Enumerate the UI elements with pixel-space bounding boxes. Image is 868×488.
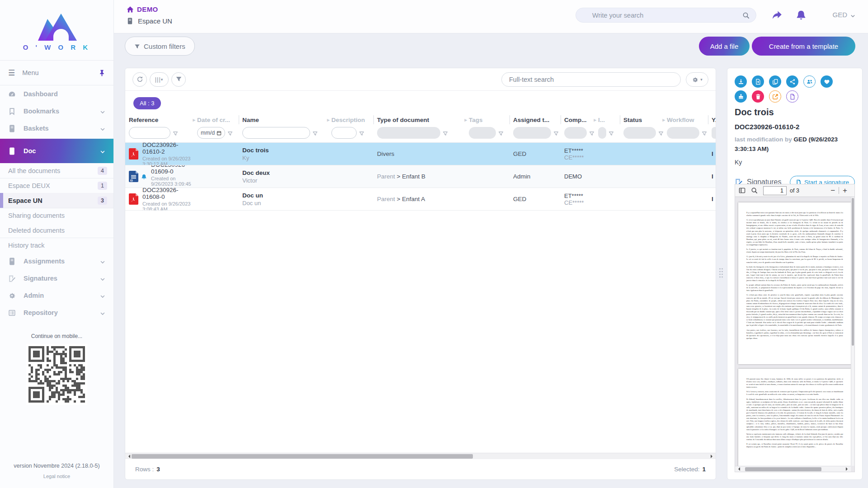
sidebar-item-admin[interactable]: Admin — [0, 287, 113, 304]
hamburger-icon[interactable]: ☰ — [8, 68, 15, 78]
file-up-action-button[interactable] — [752, 75, 764, 88]
refresh-button[interactable] — [132, 72, 147, 87]
filter-input[interactable] — [129, 127, 170, 139]
column-header-y[interactable]: Y... — [712, 114, 716, 126]
column-header-comp[interactable]: Comp...▸ — [564, 114, 598, 126]
sidebar-item-espace-un[interactable]: Espace UN3 — [0, 193, 113, 208]
table-row-doc230926-01610-2[interactable]: DOC230926-01610-2Created on 9/26/2023 3:… — [125, 143, 716, 165]
legal-notice-link[interactable]: Legal notice — [0, 474, 113, 479]
sidebar-toggle-icon[interactable] — [739, 187, 745, 194]
download-action-button[interactable] — [735, 75, 747, 88]
share-forward-icon[interactable] — [771, 10, 782, 20]
filter-input[interactable] — [712, 127, 716, 139]
sidebar-item-doc[interactable]: Doc — [0, 139, 113, 163]
funnel-icon[interactable] — [359, 130, 364, 136]
filter-button[interactable] — [171, 72, 186, 87]
pdf-vertical-scrollbar[interactable] — [851, 197, 854, 466]
column-header-assigned-t[interactable]: Assigned t... — [513, 114, 564, 126]
sidebar-item-baskets[interactable]: Baskets — [0, 120, 113, 137]
external-action-button[interactable] — [769, 90, 781, 103]
sidebar-item-repository[interactable]: Repository — [0, 304, 113, 321]
column-header-name[interactable]: Name▸ — [242, 114, 331, 126]
menu-row[interactable]: ☰ Menu — [0, 60, 113, 85]
pdf-horizontal-scrollbar[interactable] — [735, 466, 851, 472]
sidebar-item-sharing-documents[interactable]: Sharing documents — [0, 208, 113, 223]
column-header-type-of-document[interactable]: Type of document▸ — [377, 114, 469, 126]
column-header-tags[interactable]: Tags — [469, 114, 513, 126]
sidebar-item-assignments[interactable]: Assignments — [0, 253, 113, 270]
filter-input[interactable] — [513, 127, 551, 139]
funnel-icon[interactable] — [702, 130, 707, 136]
notifications-bell-icon[interactable] — [796, 10, 807, 20]
funnel-icon[interactable] — [312, 130, 318, 136]
column-header-reference[interactable]: Reference▸ — [129, 114, 197, 126]
breadcrumb-site[interactable]: DEMO — [127, 5, 158, 13]
heart-action-button[interactable] — [821, 75, 833, 88]
funnel-icon[interactable] — [173, 130, 178, 136]
panel-resize-handle[interactable] — [719, 267, 723, 279]
filter-input[interactable] — [564, 127, 587, 139]
pin-icon[interactable] — [99, 70, 105, 76]
filter-input[interactable] — [469, 127, 496, 139]
filter-input[interactable] — [623, 127, 656, 139]
filter-input[interactable] — [377, 127, 440, 139]
scroll-right-arrow[interactable] — [846, 467, 849, 471]
pdf-scroll-area[interactable]: Il y a aujourd'hui trois cent quarante-h… — [735, 197, 854, 466]
search-icon[interactable] — [742, 12, 750, 19]
scrollbar-thumb[interactable] — [132, 454, 473, 459]
copy-action-button[interactable] — [769, 75, 781, 88]
sidebar-item-bookmarks[interactable]: Bookmarks — [0, 103, 113, 120]
table-row-doc230926-01609-0[interactable]: wDOC230926-01609-0Created on 9/26/2023 3… — [125, 165, 716, 188]
funnel-icon[interactable] — [498, 130, 504, 136]
add-file-button[interactable]: Add a file — [699, 37, 750, 56]
last-modification: last modification by GED (9/26/2023 3:30… — [735, 135, 855, 154]
funnel-icon[interactable] — [227, 130, 233, 136]
create-from-template-button[interactable]: Create from a template — [752, 37, 855, 56]
fulltext-search-input[interactable] — [509, 76, 673, 83]
scrollbar-thumb[interactable] — [745, 467, 821, 471]
column-header-description[interactable]: Description — [331, 114, 377, 126]
scroll-left-arrow[interactable] — [127, 455, 130, 458]
column-header-date-of-cr[interactable]: Date of cr... — [197, 114, 242, 126]
user-menu[interactable]: GED — [832, 11, 855, 19]
funnel-icon[interactable] — [609, 130, 614, 136]
filter-chip-all[interactable]: All : 3 — [133, 97, 161, 109]
table-horizontal-scrollbar[interactable] — [125, 453, 716, 459]
scrollbar-thumb[interactable] — [852, 198, 854, 346]
filter-input[interactable] — [598, 127, 606, 139]
custom-filters-button[interactable]: Custom filters — [125, 37, 195, 56]
sidebar-item-dashboard[interactable]: Dashboard — [0, 85, 113, 103]
funnel-icon[interactable] — [589, 130, 594, 136]
global-search-input[interactable] — [592, 12, 742, 19]
users-action-button[interactable] — [803, 75, 816, 88]
trash-action-button[interactable] — [752, 90, 764, 103]
filter-input[interactable] — [331, 127, 357, 139]
heart-icon — [824, 79, 830, 85]
funnel-icon[interactable] — [658, 130, 664, 136]
filter-input[interactable] — [242, 127, 310, 139]
column-header-status[interactable]: Status▸ — [623, 114, 667, 126]
date-filter-input[interactable]: mm/d — [197, 127, 225, 139]
file-action-button[interactable] — [786, 90, 798, 103]
sidebar-item-deleted-documents[interactable]: Deleted documents — [0, 223, 113, 238]
sidebar-item-history-track[interactable]: History track — [0, 238, 113, 253]
zoom-out-button[interactable]: − — [827, 187, 839, 194]
sidebar-item-all-the-documents[interactable]: All the documents4 — [0, 163, 113, 178]
sidebar-item-espace-deux[interactable]: Espace DEUX1 — [0, 178, 113, 193]
share-nodes-action-button[interactable] — [786, 75, 798, 88]
columns-button[interactable]: |||▾ — [150, 72, 169, 87]
scroll-right-arrow[interactable] — [711, 455, 714, 458]
scroll-left-arrow[interactable] — [736, 467, 740, 471]
page-number-input[interactable] — [763, 186, 787, 195]
zoom-in-button[interactable]: + — [839, 187, 851, 194]
filter-input[interactable] — [667, 127, 699, 139]
breadcrumb-space[interactable]: Espace UN — [127, 17, 172, 25]
pdf-search-icon[interactable] — [751, 187, 758, 194]
table-row-doc230926-01608-0[interactable]: DOC230926-01608-0Created on 9/26/2023 3:… — [125, 188, 716, 211]
funnel-icon[interactable] — [443, 130, 448, 136]
sidebar-item-signatures[interactable]: Signatures — [0, 270, 113, 287]
stamp-action-button[interactable] — [735, 90, 747, 103]
funnel-icon[interactable] — [553, 130, 559, 136]
table-settings-button[interactable]: ▾ — [686, 72, 708, 87]
column-header-workflow[interactable]: Workflow — [667, 114, 712, 126]
